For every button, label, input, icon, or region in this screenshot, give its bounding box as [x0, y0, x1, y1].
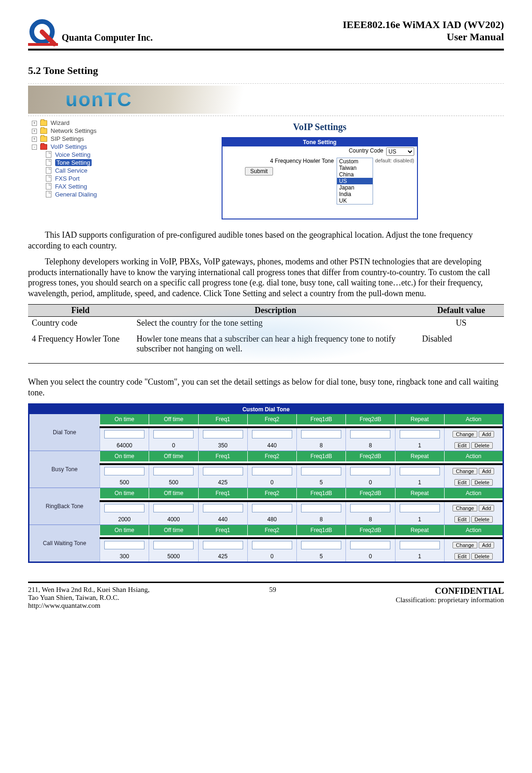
submit-button[interactable]: Submit	[245, 167, 273, 175]
cdt-action-cell: ChangeAdd	[444, 465, 503, 477]
cdt-input[interactable]	[203, 504, 243, 512]
th-description: Description	[133, 305, 418, 317]
cdt-value-cell: 500	[149, 477, 198, 488]
cdt-input[interactable]	[252, 467, 292, 475]
cdt-input[interactable]	[153, 541, 194, 549]
cdt-input-cell	[198, 428, 247, 440]
nav-item-sip[interactable]: + SIP Settings	[30, 135, 134, 143]
cdt-input[interactable]	[104, 504, 144, 512]
paragraph-2: Telephony developers working in VoIP, PB…	[28, 256, 504, 299]
cdt-input[interactable]	[301, 467, 341, 475]
cdt-input[interactable]	[350, 430, 390, 438]
collapse-icon[interactable]: -	[32, 145, 37, 150]
cdt-value-cell: 440	[198, 514, 247, 525]
nav-item-voip[interactable]: - VoIP Settings	[30, 143, 134, 151]
list-option[interactable]: Japan	[337, 184, 373, 191]
list-option[interactable]: China	[337, 171, 373, 178]
add-button[interactable]: Add	[479, 468, 495, 474]
cdt-tone-name: Busy Tone	[29, 451, 100, 488]
list-option[interactable]: India	[337, 191, 373, 197]
list-option[interactable]: Custom	[337, 158, 373, 165]
change-button[interactable]: Change	[453, 431, 477, 438]
cdt-input[interactable]	[400, 467, 440, 475]
cdt-input-cell	[149, 539, 198, 551]
cdt-input[interactable]	[350, 504, 390, 512]
edit-button[interactable]: Edit	[454, 442, 470, 449]
cdt-input[interactable]	[301, 541, 341, 549]
delete-button[interactable]: Delete	[471, 442, 493, 449]
cdt-action-cell: EditDelete	[444, 514, 503, 525]
screenshot-panel: uonTC + Wizard + Network Settings + S	[28, 83, 504, 224]
cdt-col-header: Action	[444, 525, 503, 535]
cdt-input[interactable]	[153, 467, 194, 475]
cdt-input[interactable]	[252, 430, 292, 438]
country-code-select[interactable]: US	[386, 147, 414, 156]
cdt-action-cell: EditDelete	[444, 551, 503, 562]
cdt-col-header: Freq1dB	[296, 451, 345, 461]
cdt-input[interactable]	[203, 541, 243, 549]
nav-item-general-dialing[interactable]: General Dialing	[30, 190, 134, 198]
edit-button[interactable]: Edit	[454, 516, 470, 523]
list-option[interactable]: Taiwan	[337, 165, 373, 171]
cdt-input[interactable]	[153, 430, 194, 438]
cdt-value-cell: 5	[296, 551, 345, 562]
cdt-input-cell	[296, 539, 345, 551]
delete-button[interactable]: Delete	[471, 479, 493, 486]
cdt-input[interactable]	[301, 430, 341, 438]
nav-item-wizard[interactable]: + Wizard	[30, 119, 134, 127]
delete-button[interactable]: Delete	[471, 553, 493, 560]
add-button[interactable]: Add	[479, 431, 495, 438]
add-button[interactable]: Add	[479, 542, 495, 548]
cdt-input[interactable]	[203, 430, 243, 438]
footer-address-1: 211, Wen Hwa 2nd Rd., Kuei Shan Hsiang,	[28, 586, 150, 594]
change-button[interactable]: Change	[453, 468, 477, 474]
cdt-input-cell	[345, 428, 395, 440]
delete-button[interactable]: Delete	[471, 516, 493, 523]
document-header: Quanta Computer Inc. IEEE802.16e WiMAX I…	[28, 19, 504, 51]
nav-item-voice-setting[interactable]: Voice Setting	[30, 151, 134, 159]
howler-label: 4 Frequency Howler Tone	[225, 158, 337, 164]
nav-item-call-service[interactable]: Call Service	[30, 167, 134, 175]
nav-item-fax-setting[interactable]: FAX Setting	[30, 182, 134, 190]
tone-setting-heading: Tone Setting	[223, 138, 417, 146]
cdt-value-cell: 1	[395, 477, 444, 488]
cdt-block: RingBack ToneOn timeOff timeFreq1Freq2Fr…	[29, 488, 503, 525]
cdt-input[interactable]	[252, 504, 292, 512]
cdt-input[interactable]	[252, 541, 292, 549]
cdt-input-cell	[100, 539, 149, 551]
cdt-input[interactable]	[203, 467, 243, 475]
add-button[interactable]: Add	[479, 505, 495, 511]
nav-item-fxs-port[interactable]: FXS Port	[30, 175, 134, 182]
change-button[interactable]: Change	[453, 542, 477, 548]
cdt-input[interactable]	[301, 504, 341, 512]
expand-icon[interactable]: +	[32, 121, 37, 126]
cdt-col-header: On time	[100, 488, 149, 498]
cdt-input[interactable]	[400, 504, 440, 512]
cdt-input[interactable]	[104, 430, 144, 438]
list-option[interactable]: UK	[337, 197, 373, 204]
cdt-col-header: Freq1dB	[296, 414, 345, 424]
expand-icon[interactable]: +	[32, 129, 37, 134]
classification-label: Classification: proprietary information	[395, 596, 504, 604]
list-option-selected[interactable]: US	[337, 178, 373, 184]
country-code-label: Country Code	[225, 147, 386, 154]
expand-icon[interactable]: +	[32, 137, 37, 142]
section-heading: 5.2 Tone Setting	[28, 65, 504, 77]
edit-button[interactable]: Edit	[454, 479, 470, 486]
nav-item-tone-setting[interactable]: Tone Setting	[30, 159, 134, 167]
howler-listbox[interactable]: Custom Taiwan China US Japan India UK	[337, 158, 373, 204]
cdt-input[interactable]	[350, 541, 390, 549]
page-number: 59	[254, 586, 291, 610]
cdt-value-cell: 300	[100, 551, 149, 562]
nav-item-network[interactable]: + Network Settings	[30, 127, 134, 135]
cdt-input[interactable]	[400, 430, 440, 438]
edit-button[interactable]: Edit	[454, 553, 470, 560]
cdt-input[interactable]	[153, 504, 194, 512]
cdt-input-cell	[395, 465, 444, 477]
cdt-input[interactable]	[104, 541, 144, 549]
cdt-input[interactable]	[400, 541, 440, 549]
cdt-input[interactable]	[350, 467, 390, 475]
change-button[interactable]: Change	[453, 505, 477, 511]
cdt-input[interactable]	[104, 467, 144, 475]
nav-label: Network Settings	[50, 127, 96, 134]
